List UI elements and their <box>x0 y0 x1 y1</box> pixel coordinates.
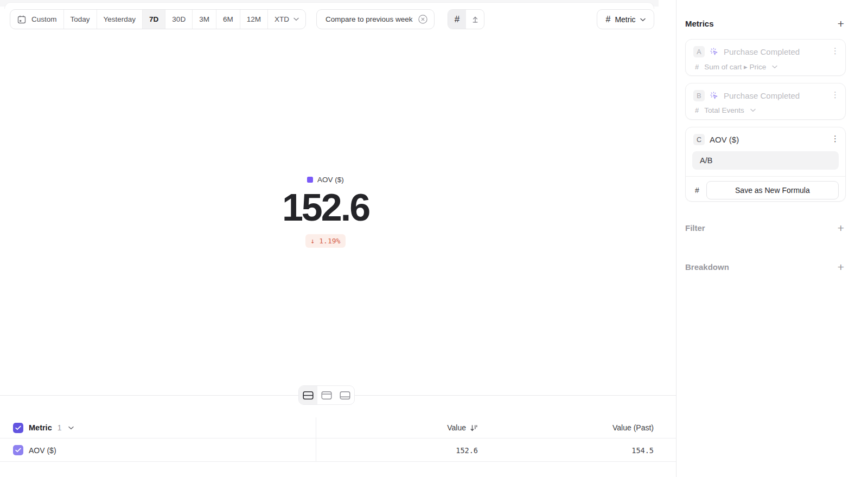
legend-swatch <box>307 177 313 183</box>
add-breakdown-button[interactable]: + <box>838 261 844 273</box>
kebab-menu-icon[interactable]: ⋮ <box>831 47 839 55</box>
aggregation-label: Sum of cart ▸ Price <box>704 62 766 71</box>
date-range-xtd[interactable]: XTD <box>268 10 305 29</box>
hash-icon: # <box>695 106 699 114</box>
metric-card-title: Purchase Completed <box>724 47 800 56</box>
metric-badge: C <box>693 134 705 145</box>
compare-chip-label: Compare to previous week <box>326 15 413 23</box>
metric-card-title: AOV ($) <box>710 135 739 144</box>
sort-descending-icon[interactable] <box>470 424 478 432</box>
metric-column-label: Metric <box>29 423 52 432</box>
metric-card-c[interactable]: C AOV ($) ⋮ A/B # Save as New Formula <box>685 127 846 202</box>
add-metric-button[interactable]: + <box>838 18 844 29</box>
event-click-icon <box>710 91 719 100</box>
date-range-30d[interactable]: 30D <box>165 10 193 29</box>
formula-input[interactable]: A/B <box>692 151 839 170</box>
metric-button-label: Metric <box>615 15 635 24</box>
hash-icon: # <box>605 15 610 24</box>
date-range-12m[interactable]: 12M <box>240 10 268 29</box>
metric-card-b[interactable]: B Purchase Completed ⋮ # Total Events <box>685 83 846 120</box>
value-past-column-header[interactable]: Value (Past) <box>612 417 654 438</box>
date-range-yesterday[interactable]: Yesterday <box>97 10 143 29</box>
date-range-6m[interactable]: 6M <box>216 10 240 29</box>
metric-badge: A <box>693 46 705 57</box>
metric-dropdown-button[interactable]: # Metric <box>597 9 654 29</box>
chevron-down-icon <box>772 65 777 69</box>
split-view-button[interactable] <box>299 386 317 404</box>
save-as-new-formula-button[interactable]: Save as New Formula <box>706 181 839 199</box>
aggregation-label: Total Events <box>704 106 744 114</box>
calendar-icon <box>17 15 27 24</box>
select-all-checkbox[interactable] <box>13 423 23 433</box>
hash-icon: # <box>695 186 699 195</box>
arrow-up-from-line-icon <box>470 15 480 24</box>
metric-badge: B <box>693 90 705 101</box>
date-range-label: Custom <box>31 15 57 23</box>
breakdown-title: Breakdown <box>685 262 729 272</box>
row-metric-name: AOV ($) <box>29 446 56 455</box>
row-value-past: 154.5 <box>631 439 654 461</box>
chevron-down-icon <box>640 18 646 22</box>
chart-only-view-button[interactable] <box>317 386 336 404</box>
hash-icon: # <box>455 14 459 25</box>
chart-legend: AOV ($) <box>0 176 651 184</box>
chevron-down-icon <box>750 108 756 112</box>
chevron-down-icon[interactable] <box>68 426 74 430</box>
table-row: AOV ($) 152.6 154.5 <box>0 439 676 462</box>
table-column-divider <box>316 417 316 462</box>
row-checkbox[interactable] <box>13 445 23 455</box>
metric-card-a[interactable]: A Purchase Completed ⋮ # Sum of cart ▸ P… <box>685 39 846 76</box>
date-range-today[interactable]: Today <box>64 10 97 29</box>
formula-value: A/B <box>700 156 712 165</box>
date-range-custom[interactable]: Custom <box>10 10 64 29</box>
remove-compare-icon[interactable] <box>418 14 428 24</box>
date-range-3m[interactable]: 3M <box>193 10 216 29</box>
event-click-icon <box>710 47 719 56</box>
aggregation-dropdown[interactable]: # Total Events <box>686 101 845 114</box>
aggregation-dropdown[interactable]: # Sum of cart ▸ Price <box>686 57 845 71</box>
canvas-rounded-top <box>4 2 654 9</box>
date-range-picker: Custom Today Yesterday 7D 30D 3M 6M 12M … <box>10 9 306 29</box>
change-badge: ↓ 1.19% <box>305 234 346 248</box>
table-only-view-button[interactable] <box>336 386 354 404</box>
kebab-menu-icon[interactable]: ⋮ <box>831 134 839 143</box>
chart-type-toggle: # <box>448 9 484 29</box>
kebab-menu-icon[interactable]: ⋮ <box>831 91 839 99</box>
metrics-title: Metrics <box>685 19 714 28</box>
panel-layout-toggle <box>298 385 355 405</box>
config-sidebar: Metrics + A Purchase Completed ⋮ # Sum o… <box>676 0 868 477</box>
big-number-value: 152.6 <box>0 189 651 227</box>
legend-label: AOV ($) <box>317 176 344 184</box>
filter-section-header: Filter + <box>685 222 844 234</box>
hash-icon: # <box>695 63 699 71</box>
chevron-down-icon <box>293 17 299 21</box>
filter-title: Filter <box>685 223 705 233</box>
breakdown-section-header: Breakdown + <box>685 261 844 273</box>
big-number-view-button[interactable]: # <box>448 10 466 29</box>
row-value: 152.6 <box>456 439 478 461</box>
add-filter-button[interactable]: + <box>838 222 844 234</box>
date-range-7d[interactable]: 7D <box>143 10 165 29</box>
trend-view-button[interactable] <box>466 10 484 29</box>
metric-count: 1 <box>58 423 62 432</box>
results-table-header: Metric 1 Value Value (Past) <box>0 417 676 439</box>
compare-to-previous-week-chip[interactable]: Compare to previous week <box>316 9 435 29</box>
metric-card-title: Purchase Completed <box>724 91 800 100</box>
value-column-header[interactable]: Value <box>447 417 478 438</box>
metrics-section-header: Metrics + <box>685 18 844 29</box>
